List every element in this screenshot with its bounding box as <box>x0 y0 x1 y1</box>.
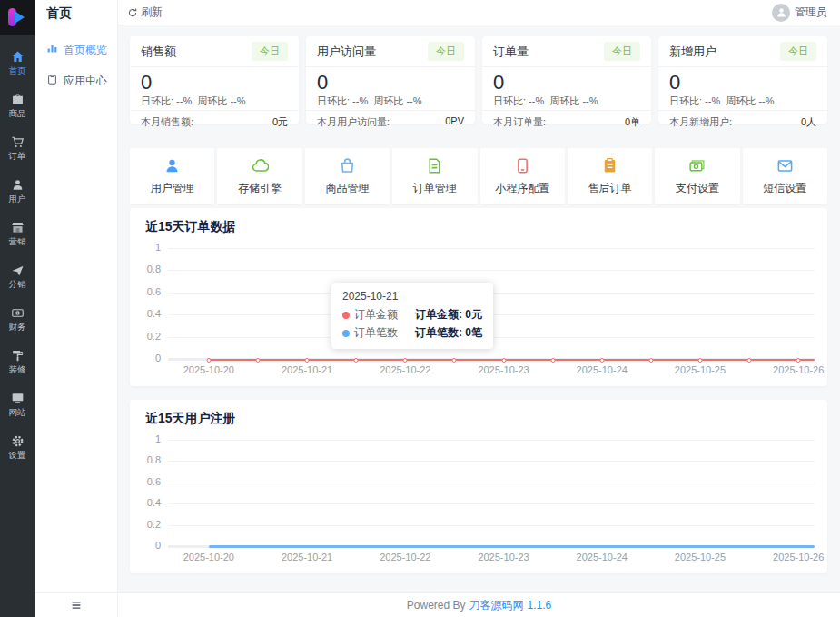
data-point-marker <box>501 358 506 363</box>
rail-item-label: 首页 <box>9 66 26 75</box>
tooltip-date: 2025-10-21 <box>342 290 482 303</box>
secondary-nav: 首页概览应用中心 <box>35 25 117 592</box>
quick-action-label: 商品管理 <box>325 181 369 196</box>
rail-item-distribution[interactable]: 分销 <box>0 254 35 297</box>
x-axis: 2025-10-202025-10-212025-10-222025-10-23… <box>168 552 815 566</box>
cloud-icon <box>252 157 269 174</box>
y-axis-tick-label: 0.6 <box>147 476 161 487</box>
chart-title: 近15天订单数据 <box>130 219 827 235</box>
app-logo[interactable] <box>0 0 35 35</box>
charts-section: 近15天订单数据10.80.60.40.202025-10-21订单金额订单金额… <box>130 208 827 573</box>
x-axis-tick-label: 2025-10-25 <box>675 552 726 562</box>
today-badge: 今日 <box>780 42 816 61</box>
stat-footer-label: 本月订单量: <box>493 115 546 129</box>
refresh-label: 刷新 <box>141 5 163 20</box>
chart-tooltip: 2025-10-21订单金额订单金额: 0元订单笔数订单笔数: 0笔 <box>331 283 493 349</box>
x-axis-tick-label: 2025-10-26 <box>773 552 824 562</box>
x-axis-tick-label: 2025-10-23 <box>478 364 529 375</box>
stat-value: 0 <box>493 71 640 94</box>
rail-item-label: 设置 <box>9 451 26 460</box>
rail-item-label: 财务 <box>9 323 26 332</box>
stat-footer-value: 0人 <box>801 115 816 129</box>
stat-footer-label: 本月用户访问量: <box>317 115 390 129</box>
stat-value: 0 <box>669 71 816 94</box>
rail-item-users[interactable]: 用户 <box>0 169 35 212</box>
stat-card-title: 订单量 <box>493 44 529 60</box>
app-center-icon <box>46 74 58 88</box>
tooltip-series-row: 订单金额订单金额: 0元 <box>342 307 482 323</box>
x-axis-tick-label: 2025-10-22 <box>380 364 430 375</box>
x-axis-tick-label: 2025-10-25 <box>675 364 726 375</box>
rail-item-finance[interactable]: 财务 <box>0 297 35 340</box>
tooltip-series-value: 订单笔数: 0笔 <box>415 325 482 341</box>
stat-value: 0 <box>317 71 464 94</box>
x-axis-tick-label: 2025-10-24 <box>577 552 628 562</box>
stat-cards-row: 销售额今日0日环比: --% 周环比 --%本月销售额:0元用户访问量今日0日环… <box>130 36 827 124</box>
rail-item-marketing[interactable]: 营销 <box>0 212 35 254</box>
version-link[interactable]: 1.1.6 <box>528 599 552 612</box>
rail-item-orders[interactable]: 订单 <box>0 126 35 169</box>
rail-item-home[interactable]: 首页 <box>0 41 35 84</box>
rail-item-website[interactable]: 网站 <box>0 383 35 425</box>
gridline <box>168 503 815 504</box>
x-axis-tick-label: 2025-10-21 <box>282 552 332 562</box>
rail-item-label: 装修 <box>9 365 26 374</box>
sidebar-item-app-center[interactable]: 应用中心 <box>35 65 117 96</box>
refresh-button[interactable]: 刷新 <box>127 5 163 20</box>
stat-card-header: 订单量今日 <box>482 36 651 67</box>
stat-card-header: 用户访问量今日 <box>306 36 475 67</box>
chart-grid: 10.80.60.40.202025-10-21订单金额订单金额: 0元订单笔数… <box>168 248 815 359</box>
gridline <box>168 270 815 271</box>
gridline <box>168 248 815 249</box>
data-point-marker <box>206 358 211 363</box>
quick-action-user-management[interactable]: 用户管理 <box>130 148 214 204</box>
phone-icon <box>514 157 531 174</box>
stat-comparison: 日环比: --% 周环比 --% <box>317 95 464 108</box>
secondary-sidebar: 首页 首页概览应用中心 <box>35 0 118 617</box>
quick-action-aftersale-orders[interactable]: 售后订单 <box>568 148 652 204</box>
quick-action-miniprogram-config[interactable]: 小程序配置 <box>480 148 565 204</box>
user-menu[interactable]: 管理员 <box>772 4 827 22</box>
quick-action-payment-settings[interactable]: 支付设置 <box>655 148 739 204</box>
x-axis-tick-label: 2025-10-23 <box>478 552 529 562</box>
brand-link[interactable]: 刀客源码网 <box>469 598 524 613</box>
rail-item-decorate[interactable]: 装修 <box>0 340 35 383</box>
sidebar-item-overview[interactable]: 首页概览 <box>35 35 117 65</box>
data-point-marker <box>747 358 752 363</box>
quick-action-label: 存储引擎 <box>238 181 282 196</box>
x-axis-tick-label: 2025-10-24 <box>577 364 628 375</box>
quick-action-sms-settings[interactable]: 短信设置 <box>743 148 827 204</box>
stat-card: 新增用户今日0日环比: --% 周环比 --%本月新增用户:0人 <box>658 36 827 124</box>
chart-card: 近15天用户注册10.80.60.40.202025-10-202025-10-… <box>130 400 827 573</box>
data-point-marker <box>697 358 702 363</box>
chart-plot: 10.80.60.40.202025-10-202025-10-212025-1… <box>168 440 815 566</box>
quick-action-goods-management[interactable]: 商品管理 <box>305 148 390 204</box>
tooltip-series-name: 订单笔数 <box>354 325 398 341</box>
data-point-marker <box>648 358 653 363</box>
stat-card-footer: 本月用户访问量:0PV <box>306 110 475 134</box>
menu-icon <box>70 599 83 612</box>
y-axis-tick-label: 0.6 <box>147 286 161 297</box>
y-axis-tick-label: 0 <box>155 540 161 551</box>
gridline <box>168 525 815 526</box>
stat-card-header: 新增用户今日 <box>658 36 827 67</box>
y-axis-tick-label: 0 <box>155 353 161 363</box>
quick-action-label: 短信设置 <box>763 181 806 196</box>
rail-item-goods[interactable]: 商品 <box>0 84 35 126</box>
user-icon <box>163 157 181 174</box>
quick-action-storage-engine[interactable]: 存储引擎 <box>217 148 301 204</box>
gridline <box>168 461 815 462</box>
stat-card: 订单量今日0日环比: --% 周环比 --%本月订单量:0单 <box>482 36 651 124</box>
collapse-sidebar-button[interactable] <box>35 592 117 617</box>
refresh-icon <box>127 7 138 18</box>
data-point-marker <box>452 358 457 363</box>
x-axis-tick-label: 2025-10-20 <box>183 364 234 375</box>
quick-action-order-management[interactable]: 订单管理 <box>392 148 477 204</box>
series-line-用户注册 <box>209 545 815 548</box>
user-name: 管理员 <box>795 5 827 20</box>
stat-footer-label: 本月销售额: <box>141 115 193 129</box>
y-axis-tick-label: 1 <box>155 242 161 253</box>
gridline <box>168 483 815 483</box>
rail-item-settings[interactable]: 设置 <box>0 425 35 468</box>
tooltip-series-name: 订单金额 <box>354 307 398 323</box>
